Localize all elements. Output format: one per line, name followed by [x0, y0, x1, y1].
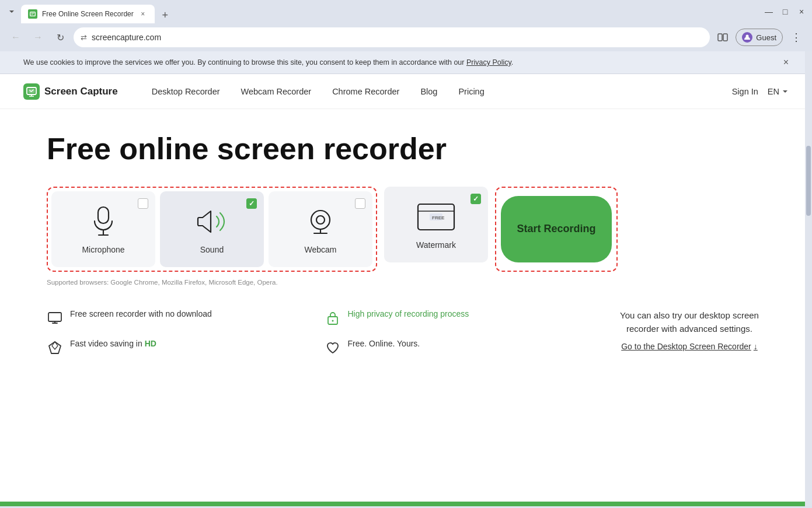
split-view-button[interactable] — [715, 29, 731, 45]
nav-desktop-recorder[interactable]: Desktop Recorder — [141, 74, 231, 109]
svg-rect-9 — [98, 207, 109, 223]
address-sync-icon: ⇄ — [81, 33, 87, 42]
svg-rect-4 — [718, 34, 722, 41]
sign-in-link[interactable]: Sign In — [732, 87, 758, 96]
browser-tab-area: Free Online Screen Recorder × + — [21, 0, 761, 23]
browser-menu-button[interactable]: ⋮ — [787, 29, 805, 46]
microphone-label: Microphone — [82, 245, 124, 254]
privacy-policy-link[interactable]: Privacy Policy — [466, 58, 511, 66]
browser-frame: Free Online Screen Recorder × + — □ × ← … — [0, 0, 812, 508]
sound-icon — [197, 208, 227, 235]
arrow-down-icon: ↓ — [754, 342, 758, 351]
tab-title: Free Online Screen Recorder — [42, 10, 134, 18]
microphone-icon-area — [91, 204, 116, 239]
browser-tab-active[interactable]: Free Online Screen Recorder × — [21, 5, 155, 23]
nav-chrome-recorder[interactable]: Chrome Recorder — [322, 74, 410, 109]
heart-icon — [325, 339, 341, 356]
forward-button[interactable]: → — [29, 29, 47, 46]
diamond-icon — [47, 339, 63, 356]
monitor-icon — [47, 310, 63, 326]
cookie-close-button[interactable]: × — [783, 57, 789, 68]
new-tab-button[interactable]: + — [157, 7, 173, 23]
cookie-text: We use cookies to improve the services w… — [23, 58, 513, 66]
scrollbar-thumb[interactable] — [806, 146, 811, 216]
microphone-checkbox[interactable] — [138, 198, 148, 209]
feature-free: Free. Online. Yours. — [325, 339, 567, 356]
nav-webcam-recorder[interactable]: Webcam Recorder — [231, 74, 322, 109]
svg-rect-17 — [420, 206, 455, 211]
nav-right: Sign In EN — [732, 87, 789, 96]
svg-text:FREE: FREE — [432, 215, 445, 220]
profile-avatar — [742, 32, 752, 43]
refresh-button[interactable]: ↻ — [51, 29, 69, 46]
svg-point-25 — [332, 320, 333, 322]
nav-links: Desktop Recorder Webcam Recorder Chrome … — [141, 74, 732, 109]
window-controls: — □ × — [763, 6, 807, 17]
page-content: We use cookies to improve the services w… — [0, 51, 812, 506]
tab-dropdown-button[interactable] — [5, 5, 19, 19]
microphone-icon — [91, 206, 116, 237]
svg-rect-5 — [723, 34, 727, 41]
address-bar[interactable]: ⇄ screencapture.com — [74, 27, 710, 47]
features-section: Free screen recorder with no download Fa… — [47, 309, 765, 356]
feature-hd-text: Fast video saving in HD — [70, 339, 156, 348]
logo-icon — [23, 83, 40, 100]
back-button[interactable]: ← — [7, 29, 25, 46]
maximize-button[interactable]: □ — [779, 6, 791, 17]
webcam-card[interactable]: Webcam — [269, 191, 372, 267]
feature-no-download: Free screen recorder with no download — [47, 309, 290, 326]
svg-rect-3 — [31, 14, 33, 15]
bottom-bar — [0, 502, 812, 506]
start-recording-wrapper: Start Recording — [495, 187, 618, 272]
features-right: You can also try our desktop screen reco… — [567, 309, 765, 356]
recording-controls: Microphone Sound — [47, 187, 765, 272]
features-left: Free screen recorder with no download Fa… — [47, 309, 290, 356]
desktop-promo-text: You can also try our desktop screen reco… — [614, 309, 765, 335]
svg-rect-2 — [31, 13, 34, 13]
feature-no-download-text: Free screen recorder with no download — [70, 309, 212, 318]
svg-marker-22 — [49, 342, 61, 353]
svg-rect-21 — [48, 313, 61, 321]
cookie-banner: We use cookies to improve the services w… — [0, 51, 812, 74]
nav-pricing[interactable]: Pricing — [448, 74, 494, 109]
logo[interactable]: Screen Capture — [23, 83, 118, 100]
scrollbar[interactable] — [805, 51, 812, 506]
feature-privacy-text: High privacy of recording process — [348, 309, 469, 318]
webcam-checkbox[interactable] — [355, 198, 365, 209]
sound-label: Sound — [200, 245, 224, 254]
feature-hd: Fast video saving in HD — [47, 339, 290, 356]
browser-titlebar: Free Online Screen Recorder × + — □ × — [0, 0, 812, 23]
language-selector[interactable]: EN — [768, 87, 789, 96]
watermark-icon-area: FREE — [417, 199, 455, 234]
lock-icon — [325, 310, 341, 326]
sound-checkbox[interactable] — [246, 198, 257, 209]
tab-favicon — [28, 9, 37, 19]
webcam-icon — [305, 208, 336, 235]
address-text: screencapture.com — [92, 33, 703, 42]
nav-blog[interactable]: Blog — [410, 74, 448, 109]
supported-browsers-text: Supported browsers: Google Chrome, Mozil… — [47, 279, 765, 286]
sound-icon-area — [197, 204, 227, 239]
webcam-label: Webcam — [305, 245, 337, 254]
watermark-checkbox[interactable] — [471, 194, 481, 204]
watermark-card[interactable]: FREE Watermark — [384, 187, 488, 262]
controls-group: Microphone Sound — [47, 187, 377, 272]
sound-card[interactable]: Sound — [160, 191, 264, 267]
logo-text: Screen Capture — [44, 86, 118, 97]
page-heading: Free online screen recorder — [47, 132, 765, 166]
watermark-label: Watermark — [416, 240, 456, 250]
start-recording-button[interactable]: Start Recording — [501, 196, 612, 262]
svg-point-13 — [316, 216, 325, 224]
desktop-link[interactable]: Go to the Desktop Screen Recorder ↓ — [621, 342, 758, 351]
minimize-button[interactable]: — — [763, 6, 775, 17]
profile-button[interactable]: Guest — [736, 29, 783, 46]
main-content: Free online screen recorder — [0, 109, 812, 379]
microphone-card[interactable]: Microphone — [51, 191, 155, 267]
webcam-icon-area — [305, 204, 336, 239]
feature-free-text: Free. Online. Yours. — [348, 339, 420, 348]
svg-point-12 — [311, 211, 330, 229]
close-button[interactable]: × — [796, 6, 807, 17]
profile-label: Guest — [756, 33, 776, 42]
tab-close-button[interactable]: × — [138, 9, 148, 19]
watermark-icon: FREE — [417, 202, 455, 232]
